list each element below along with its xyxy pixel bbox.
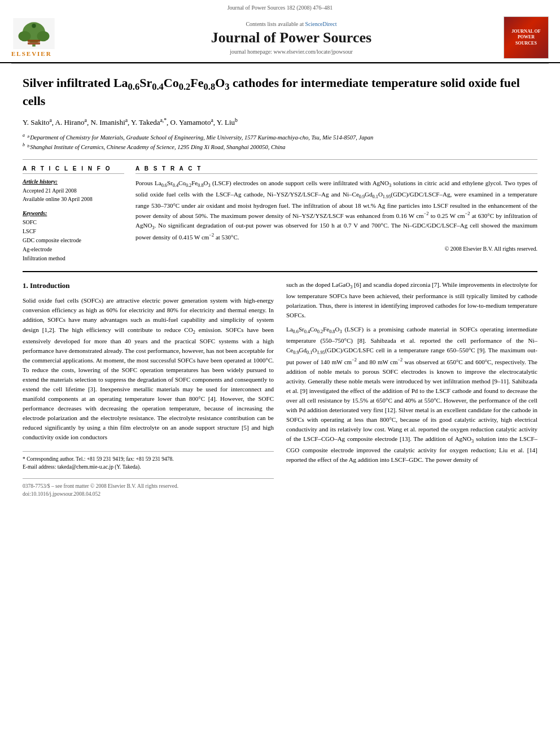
abstract-label: A B S T R A C T (135, 165, 537, 174)
journal-title-header: Journal of Power Sources (79, 29, 504, 46)
header-main: ELSEVIER Contents lists available at Sci… (11, 13, 549, 62)
keywords-block: Keywords: SOFC LSCF GDC composite electr… (23, 210, 124, 263)
abstract-col: A B S T R A C T Porous La0.6Sr0.4Co0.2Fe… (135, 165, 537, 263)
body-col-left: 1. Introduction Solid oxide fuel cells (… (23, 280, 274, 499)
article-info-col: A R T I C L E I N F O Article history: A… (23, 165, 124, 263)
abstract-text: Porous La0.6Sr0.4Co0.2Fe0.8O3 (LSCF) ele… (135, 178, 537, 242)
affiliations: a ᵃ Department of Chemistry for Material… (23, 132, 537, 152)
article-history-block: Article history: Accepted 21 April 2008 … (23, 178, 124, 203)
footnote-corresponding: * Corresponding author. Tel.: +81 59 231… (23, 455, 274, 463)
sciencedirect-line: Contents lists available at ScienceDirec… (79, 21, 504, 27)
journal-homepage: journal homepage: www.elsevier.com/locat… (79, 49, 504, 55)
affil-b: b ᵇ Shanghai Institute of Ceramics, Chin… (23, 142, 537, 151)
svg-rect-6 (28, 40, 40, 42)
footnote-email: E-mail address: takeda@chem.mie-u.ac.jp … (23, 463, 274, 471)
journal-header: Journal of Power Sources 182 (2008) 476–… (0, 0, 560, 63)
accepted-date: Accepted 21 April 2008 (23, 186, 124, 195)
article-content: Silver infiltrated La0.6Sr0.4Co0.2Fe0.8O… (0, 64, 560, 510)
keyword-gdc: GDC composite electrode (23, 236, 124, 245)
available-date: Available online 30 April 2008 (23, 195, 124, 203)
body-col-right: such as the doped LaGaO3 [6] and scandia… (286, 280, 537, 499)
top-citation-text: Journal of Power Sources 182 (2008) 476–… (228, 5, 333, 11)
intro-para-col2-1: such as the doped LaGaO3 [6] and scandia… (286, 280, 537, 320)
body-divider (23, 271, 537, 272)
footer-doi: doi:10.1016/j.jpowsour.2008.04.052 (23, 490, 274, 499)
page: Journal of Power Sources 182 (2008) 476–… (0, 0, 560, 747)
keyword-lscf: LSCF (23, 227, 124, 236)
header-center: Contents lists available at ScienceDirec… (79, 21, 504, 55)
keyword-infiltration: Infiltration method (23, 254, 124, 263)
elsevier-brand-text: ELSEVIER (11, 50, 52, 57)
elsevier-tree-icon (11, 18, 56, 49)
footnote-area: * Corresponding author. Tel.: +81 59 231… (23, 451, 274, 471)
body-section: 1. Introduction Solid oxide fuel cells (… (23, 280, 537, 499)
history-title: Article history: (23, 178, 124, 185)
intro-para-1: Solid oxide fuel cells (SOFCs) are attra… (23, 296, 274, 442)
article-title: Silver infiltrated La0.6Sr0.4Co0.2Fe0.8O… (23, 75, 537, 109)
journal-logo-box: JOURNAL OFPOWERSOURCES (504, 16, 549, 59)
svg-point-5 (32, 24, 36, 28)
article-info-label: A R T I C L E I N F O (23, 165, 124, 174)
keywords-title: Keywords: (23, 210, 124, 216)
authors-line: Y. Sakitoa, A. Hiranoa, N. Imanishia, Y.… (23, 117, 537, 127)
elsevier-logo: ELSEVIER (11, 18, 79, 57)
logo-box-text: JOURNAL OFPOWERSOURCES (511, 29, 540, 46)
footer-bottom: 0378-7753/$ – see front matter © 2008 El… (23, 478, 274, 499)
info-abstract-section: A R T I C L E I N F O Article history: A… (23, 165, 537, 263)
affil-a: a ᵃ Department of Chemistry for Material… (23, 132, 537, 142)
intro-para-col2-2: La0.6Sr0.4Co0.2Fe0.8O3 (LSCF) is a promi… (286, 325, 537, 465)
keyword-sofc: SOFC (23, 218, 124, 227)
contents-label: Contents lists available at (246, 21, 303, 27)
copyright-line: © 2008 Elsevier B.V. All rights reserved… (135, 246, 537, 252)
top-citation-bar: Journal of Power Sources 182 (2008) 476–… (11, 5, 549, 11)
intro-heading: 1. Introduction (23, 280, 274, 291)
footer-issn: 0378-7753/$ – see front matter © 2008 El… (23, 482, 274, 491)
sciencedirect-link[interactable]: ScienceDirect (305, 21, 336, 27)
affil-divider (23, 159, 537, 160)
keyword-ag: Ag-electrode (23, 245, 124, 254)
svg-rect-7 (28, 42, 40, 45)
